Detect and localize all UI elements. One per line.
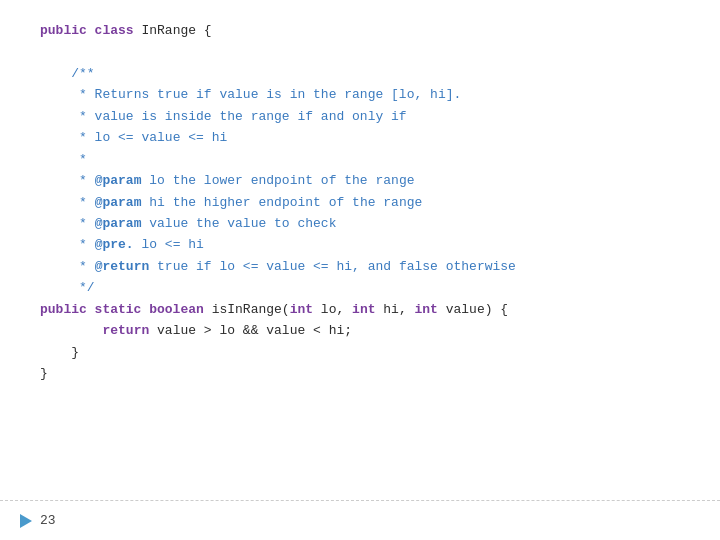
code-line: public static boolean isInRange(int lo, … — [40, 299, 680, 320]
code-line: * @param lo the lower endpoint of the ra… — [40, 170, 680, 191]
code-line: * lo <= value <= hi — [40, 127, 680, 148]
bottom-bar: 23 — [0, 500, 720, 540]
code-line: /** — [40, 63, 680, 84]
code-line: public class InRange { — [40, 20, 680, 41]
code-block: public class InRange { /** * Returns tru… — [0, 0, 720, 480]
code-line: * @pre. lo <= hi — [40, 234, 680, 255]
code-line: * Returns true if value is in the range … — [40, 84, 680, 105]
code-line: * @param hi the higher endpoint of the r… — [40, 192, 680, 213]
play-button[interactable]: 23 — [20, 513, 56, 528]
code-line — [40, 41, 680, 62]
slide-number: 23 — [40, 513, 56, 528]
code-line: * @param value the value to check — [40, 213, 680, 234]
play-icon — [20, 514, 32, 528]
code-line: } — [40, 342, 680, 363]
code-line: */ — [40, 277, 680, 298]
code-line: * — [40, 149, 680, 170]
code-line: } — [40, 363, 680, 384]
code-line: * @return true if lo <= value <= hi, and… — [40, 256, 680, 277]
code-line: return value > lo && value < hi; — [40, 320, 680, 341]
code-line: * value is inside the range if and only … — [40, 106, 680, 127]
